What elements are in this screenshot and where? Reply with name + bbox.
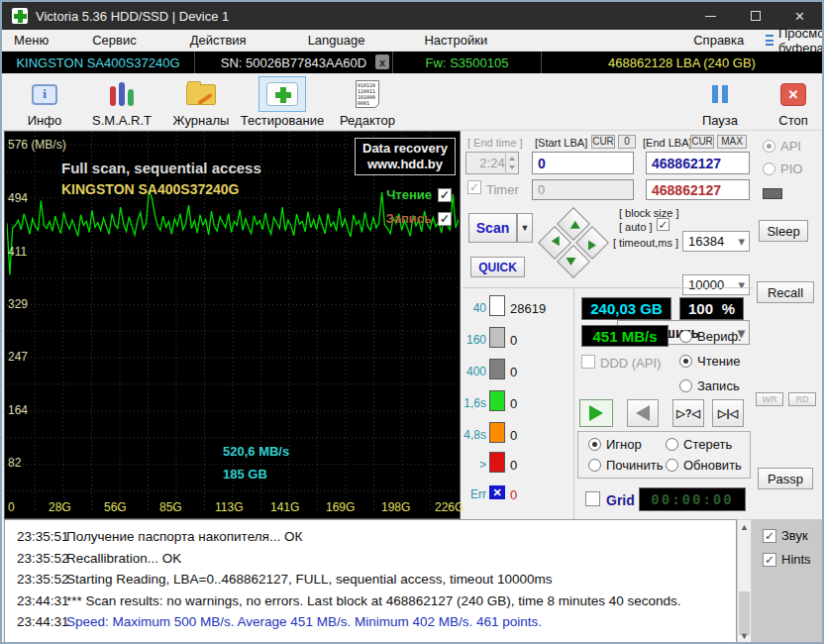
minimize-button[interactable] xyxy=(688,2,733,30)
grid-checkbox[interactable] xyxy=(585,491,600,506)
end-lba-input-2[interactable]: 468862127 xyxy=(646,179,750,200)
histogram-value: 0 xyxy=(510,365,517,379)
buffer-view-button[interactable]: Просмотр буфера xyxy=(766,26,824,55)
refresh-radio[interactable] xyxy=(666,459,678,472)
drive-model[interactable]: KINGSTON SA400S37240G xyxy=(2,52,195,73)
menu-item-service[interactable]: Сервис xyxy=(82,31,147,50)
scan-button[interactable]: Scan xyxy=(468,213,517,243)
seek-end-button[interactable]: ▷|◁ xyxy=(712,399,744,427)
options-panel: Звук Hints xyxy=(752,519,824,644)
scroll-up-icon[interactable]: ▲ xyxy=(738,520,751,534)
error-erase[interactable]: Стереть xyxy=(666,437,732,452)
recall-button[interactable]: Recall xyxy=(757,281,814,303)
sound-checkbox[interactable] xyxy=(763,529,776,543)
percent-value: 100 xyxy=(688,300,713,317)
verify-radio[interactable] xyxy=(679,330,692,343)
sound-option[interactable]: Звук xyxy=(763,528,808,543)
menu-item-menu[interactable]: Меню xyxy=(4,31,58,50)
wr-button[interactable]: WR xyxy=(756,392,783,406)
y-tick: 576 (MB/s) xyxy=(8,138,66,152)
buffer-view-label: Просмотр буфера xyxy=(778,26,824,55)
end-time-spinner[interactable]: 2:24 xyxy=(465,152,519,174)
timer-input[interactable]: 0 xyxy=(532,179,634,200)
sleep-button[interactable]: Sleep xyxy=(759,220,808,242)
scroll-down-icon[interactable]: ▼ xyxy=(738,629,751,643)
hints-option[interactable]: Hints xyxy=(763,552,811,567)
spinner-arrows-icon[interactable] xyxy=(505,154,517,172)
drive-capacity: 468862128 LBA (240 GB) xyxy=(542,52,822,73)
end-lba-label: [End LBA] xyxy=(643,137,692,149)
x-tick: 28G xyxy=(49,500,71,514)
hints-checkbox[interactable] xyxy=(763,553,776,567)
quick-button[interactable]: QUICK xyxy=(470,257,525,277)
testing-button[interactable]: Тестирование xyxy=(240,76,325,128)
api-option[interactable]: API xyxy=(763,139,801,154)
error-refresh[interactable]: Обновить xyxy=(666,458,742,473)
info-button[interactable]: i Инфо xyxy=(2,76,87,128)
play-button[interactable] xyxy=(579,399,613,427)
overlay-position: 185 GB xyxy=(223,467,267,482)
ddd-api-checkbox[interactable] xyxy=(581,355,595,369)
on-error-group: Игнор Стереть Починить Обновить xyxy=(577,431,751,479)
logs-button[interactable]: Журналы xyxy=(158,76,244,128)
end-lba-input[interactable]: 468862127 xyxy=(646,152,750,174)
histogram-box xyxy=(489,327,505,348)
legend-write-label: Запись xyxy=(386,211,432,226)
rd-button[interactable]: RD xyxy=(788,392,816,406)
x-tick: 226G xyxy=(435,500,464,514)
start-lba-zero-button[interactable]: 0 xyxy=(618,135,636,149)
start-lba-input[interactable]: 0 xyxy=(532,152,634,174)
ignore-radio[interactable] xyxy=(588,438,601,451)
side-column: API PIO Sleep Recall WR RD Passp xyxy=(753,131,824,519)
log-line: 23:44:31 Speed: Maximum 500 MB/s. Averag… xyxy=(5,611,736,633)
legend-read-checkbox[interactable] xyxy=(438,188,452,202)
histogram-box xyxy=(489,390,505,411)
smart-button[interactable]: S.M.A.R.T xyxy=(79,76,164,128)
y-tick: 494 xyxy=(8,191,28,205)
mode-read[interactable]: Чтение xyxy=(679,354,740,369)
scan-dropdown-button[interactable]: ▼ xyxy=(517,213,533,243)
read-radio[interactable] xyxy=(679,355,692,368)
block-size-combo[interactable]: 16384 xyxy=(682,231,750,252)
log-message: *** Scan results: no warnings, no errors… xyxy=(66,590,736,612)
legend-write-checkbox[interactable] xyxy=(438,212,452,226)
stop-button[interactable]: Стоп xyxy=(751,76,824,128)
seek-question-button[interactable]: ▷?◁ xyxy=(672,399,704,427)
logs-label: Журналы xyxy=(158,113,244,128)
mode-verify[interactable]: Вериф. xyxy=(679,329,742,344)
histogram-label: 160 xyxy=(463,333,486,347)
menu-bar: Меню Сервис Действия Language Настройки … xyxy=(2,30,822,52)
pio-option[interactable]: PIO xyxy=(763,161,802,176)
menu-item-settings[interactable]: Настройки xyxy=(414,31,497,50)
passport-button[interactable]: Passp xyxy=(758,468,813,489)
end-lba-max-button[interactable]: MAX xyxy=(717,135,747,149)
victoria-window: Victoria 5.36 HDD/SSD | Device 1 Меню Се… xyxy=(0,0,824,644)
percent-display: 100 % xyxy=(679,297,744,320)
auto-label: [ auto ] xyxy=(619,221,653,233)
write-radio[interactable] xyxy=(679,379,692,392)
sound-label: Звук xyxy=(781,528,808,543)
menu-item-help[interactable]: Справка xyxy=(683,31,754,50)
pio-radio[interactable] xyxy=(763,162,775,175)
start-lba-cur-button[interactable]: CUR xyxy=(591,135,615,149)
error-repair[interactable]: Починить xyxy=(588,458,664,473)
repair-radio[interactable] xyxy=(588,459,601,472)
histogram-label: 400 xyxy=(463,365,486,378)
app-icon xyxy=(12,8,28,24)
auto-checkbox[interactable] xyxy=(657,218,670,231)
timer-checkbox[interactable] xyxy=(467,180,481,194)
editor-button[interactable]: 010110 110011 101000 0001 Редактор xyxy=(325,76,410,128)
api-radio[interactable] xyxy=(763,140,775,153)
menu-item-actions[interactable]: Действия xyxy=(180,31,257,50)
timeout-combo[interactable]: 10000 xyxy=(682,274,750,295)
log-scrollbar[interactable]: ▲ ▼ xyxy=(737,519,752,644)
error-ignore[interactable]: Игнор xyxy=(588,437,642,452)
erase-radio[interactable] xyxy=(666,438,678,451)
end-lba-cur-button[interactable]: CUR xyxy=(690,135,714,149)
back-button[interactable] xyxy=(627,399,659,427)
drive-close-badge[interactable]: x xyxy=(375,54,389,69)
overlay-speed: 520,6 MB/s xyxy=(223,444,289,459)
menu-item-language[interactable]: Language xyxy=(298,31,375,50)
log-line: 23:44:31 *** Scan results: no warnings, … xyxy=(5,590,736,612)
mode-write[interactable]: Запись xyxy=(679,378,740,393)
